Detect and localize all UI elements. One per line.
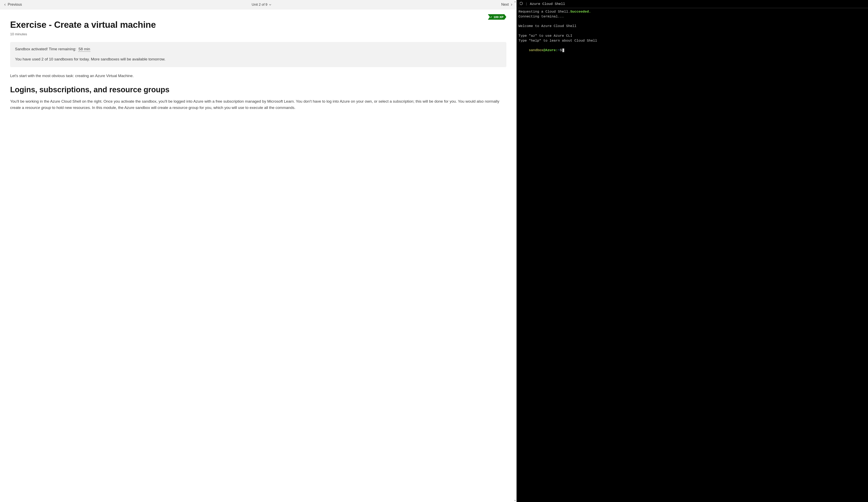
- previous-button[interactable]: Previous: [4, 2, 22, 7]
- term-line-connecting: Connecting terminal...: [519, 14, 564, 19]
- checkmark-icon: [490, 16, 493, 18]
- next-button[interactable]: Next: [501, 2, 513, 7]
- xp-badge: 100 XP: [488, 14, 506, 20]
- section-heading: Logins, subscriptions, and resource grou…: [10, 85, 506, 95]
- cloud-shell-panel: | Azure Cloud Shell Requesting a Cloud S…: [517, 0, 868, 502]
- cloud-shell-title: Azure Cloud Shell: [530, 2, 565, 6]
- sandbox-activated-prefix: Sandbox activated! Time remaining:: [15, 47, 76, 51]
- prompt-host: @Azure: [543, 48, 556, 52]
- previous-label: Previous: [8, 2, 22, 7]
- terminal-cursor: [562, 49, 564, 52]
- section-body-em: resource group: [25, 105, 51, 110]
- content-scroll-area[interactable]: 100 XP Exercise - Create a virtual machi…: [0, 9, 517, 502]
- unit-indicator-text: Unit 2 of 9: [252, 3, 268, 7]
- chevron-down-icon: [269, 3, 271, 6]
- learn-content-panel: Previous Unit 2 of 9 Next ▲ 100 XP Exerc…: [0, 0, 517, 502]
- term-line-tip2: Type "help" to learn about Cloud Shell: [519, 39, 597, 43]
- terminal-body[interactable]: Requesting a Cloud Shell.Succeeded. Conn…: [517, 8, 868, 502]
- xp-text: 100 XP: [494, 15, 503, 19]
- prompt-colon: :: [556, 48, 558, 52]
- chevron-left-icon: [4, 3, 7, 6]
- sandbox-time-remaining: 58 min: [78, 47, 91, 52]
- reload-button[interactable]: [519, 2, 523, 6]
- prompt-path: ~: [558, 48, 560, 52]
- prompt-user: sandbox: [529, 48, 543, 52]
- terminal-prompt: sandbox@Azure:~$: [519, 48, 564, 52]
- scroll-up-hint[interactable]: ▲: [514, 0, 516, 3]
- unit-selector[interactable]: Unit 2 of 9: [252, 3, 271, 7]
- unit-nav-bar: Previous Unit 2 of 9 Next: [0, 0, 517, 9]
- section-body: You'll be working in the Azure Cloud She…: [10, 99, 506, 111]
- section-body-after: to hold new resources. In this module, t…: [51, 105, 296, 110]
- page-title: Exercise - Create a virtual machine: [10, 19, 506, 30]
- scroll-down-hint[interactable]: ▼: [514, 499, 516, 502]
- term-line-welcome: Welcome to Azure Cloud Shell: [519, 24, 577, 28]
- next-label: Next: [501, 2, 509, 7]
- sandbox-usage-line: You have used 2 of 10 sandboxes for toda…: [15, 56, 502, 62]
- prompt-symbol: $: [560, 48, 562, 52]
- sandbox-activated-line: Sandbox activated! Time remaining: 58 mi…: [15, 47, 502, 51]
- cloud-shell-header: | Azure Cloud Shell: [517, 0, 868, 8]
- term-line-request: Requesting a Cloud Shell.Succeeded.: [519, 10, 591, 13]
- reload-icon: [519, 2, 523, 5]
- chevron-right-icon: [510, 3, 513, 6]
- intro-paragraph: Let's start with the most obvious task: …: [10, 73, 506, 79]
- sandbox-status-box: Sandbox activated! Time remaining: 58 mi…: [10, 42, 506, 67]
- header-separator: |: [526, 2, 527, 6]
- term-line-tip1: Type "az" to use Azure CLI: [519, 34, 572, 38]
- reading-duration: 10 minutes: [10, 32, 506, 36]
